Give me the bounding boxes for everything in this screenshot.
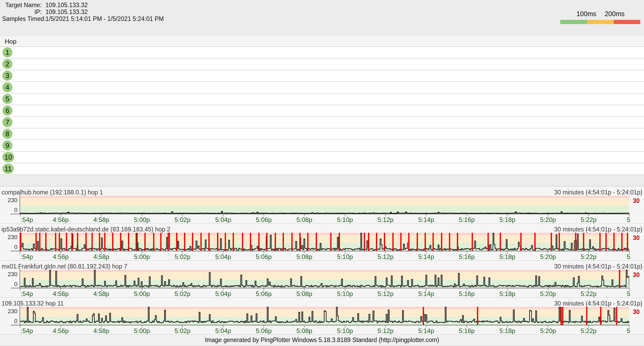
packet-loss-bar xyxy=(599,233,601,251)
latency-plot-area[interactable] xyxy=(20,233,629,251)
packet-loss-bar xyxy=(136,233,138,251)
packet-loss-bar xyxy=(619,270,620,288)
graph-duration-label: 30 minutes (4:54:01p - 5:24:01p) xyxy=(554,189,642,196)
packet-loss-bar xyxy=(423,307,424,325)
packet-loss-bar xyxy=(477,307,478,325)
packet-loss-bar xyxy=(200,233,202,251)
y-axis-zero-label: 0 xyxy=(2,244,17,251)
packet-loss-bar xyxy=(266,233,268,251)
legend-segment-yellow xyxy=(587,20,614,24)
packet-loss-bar xyxy=(59,233,60,251)
packet-loss-bar xyxy=(128,233,129,251)
hop-row[interactable]: 1 xyxy=(0,47,644,58)
packet-loss-bar xyxy=(160,233,162,251)
packet-loss-bar xyxy=(176,233,177,251)
time-tick-label: 5:04p xyxy=(215,290,231,298)
time-tick-label: :54p xyxy=(21,216,33,224)
timeline-graph-block: ip53a9b72d.static.kabel-deutschland.de (… xyxy=(0,224,644,261)
graph-title: ip53a9b72d.static.kabel-deutschland.de (… xyxy=(2,226,170,233)
latency-trace xyxy=(20,233,629,251)
time-tick-label: 5:02p xyxy=(174,253,190,261)
legend-segment-green xyxy=(560,20,587,24)
hop-row[interactable]: 10 xyxy=(0,152,644,163)
time-tick-label: 5:10p xyxy=(337,327,353,335)
timeline-graph-block: mx01.Frankfurt.gldn.net (80.81.192.243) … xyxy=(0,261,644,298)
timeline-graphs-section: compalhub.home (192.168.0.1) hop 1 30 mi… xyxy=(0,186,644,335)
packet-loss-bar xyxy=(144,233,146,251)
hop-row[interactable]: 8 xyxy=(0,128,644,140)
time-tick-label: 5:22p xyxy=(581,253,596,261)
time-tick-label: 5:10p xyxy=(337,253,353,261)
packet-loss-bar xyxy=(339,233,340,251)
y-axis-zero-label: 0 xyxy=(2,281,17,288)
latency-trace xyxy=(20,307,629,325)
hop-row[interactable]: 11 xyxy=(0,163,644,175)
hop-row[interactable]: 4 xyxy=(0,82,644,93)
packet-loss-bar xyxy=(35,233,37,251)
packet-loss-bar xyxy=(500,233,501,251)
y-axis-max-label: 230 xyxy=(2,271,17,278)
time-tick-label: 5:22p xyxy=(581,327,596,335)
samples-timed-label: Samples Timed: xyxy=(2,15,42,22)
time-tick-label: 5:18p xyxy=(499,327,515,335)
hop-row[interactable]: 6 xyxy=(0,105,644,117)
packet-loss-bar xyxy=(77,233,78,251)
time-tick-label: 5:06p xyxy=(256,216,272,224)
latency-plot-area[interactable] xyxy=(20,270,629,288)
loss-scale-label: 30 xyxy=(633,271,640,279)
graph-duration-label: 30 minutes (4:54:01p - 5:24:01p) xyxy=(554,263,642,270)
packet-loss-bar xyxy=(600,307,601,325)
hop-row[interactable]: 9 xyxy=(0,140,644,152)
hop-row[interactable]: 2 xyxy=(0,58,644,70)
packet-loss-bar xyxy=(120,233,121,251)
time-tick-label: 5:12p xyxy=(378,327,393,335)
samples-timed-row: Samples Timed: 1/5/2021 5:14:01 PM - 1/5… xyxy=(2,15,164,22)
time-tick-label: 5:18p xyxy=(499,290,515,298)
latency-plot-area[interactable] xyxy=(20,307,629,325)
packet-loss-bar xyxy=(364,233,365,251)
target-name-row: Target Name: 109.105.133.32 xyxy=(2,2,164,8)
time-tick-label: 5:04p xyxy=(215,253,231,261)
hop-number-badge: 6 xyxy=(2,106,12,116)
time-tick-label: 5:04p xyxy=(215,216,231,224)
time-tick-label: 5:14p xyxy=(418,290,434,298)
time-tick-label: 5:20p xyxy=(540,290,556,298)
packet-loss-bar xyxy=(586,307,587,325)
time-tick-label: 5:00p xyxy=(134,327,150,335)
time-tick-label: 5 xyxy=(627,216,630,224)
latency-trace xyxy=(20,270,629,288)
time-tick-label: 5:14p xyxy=(418,327,434,335)
footer-bar: Image generated by PingPlotter Windows 5… xyxy=(0,335,644,346)
time-tick-label: 5:22p xyxy=(581,290,596,298)
packet-loss-bar xyxy=(384,233,385,251)
loss-scale-label: 30 xyxy=(633,308,640,316)
time-tick-label: 5:18p xyxy=(499,253,515,261)
packet-loss-bar xyxy=(275,233,276,251)
ip-label: IP: xyxy=(2,8,42,16)
time-tick-label: :54p xyxy=(21,253,33,261)
packet-loss-bar xyxy=(184,233,185,251)
packet-loss-bar xyxy=(433,233,434,251)
packet-loss-bar xyxy=(283,233,284,251)
packet-loss-bar xyxy=(168,233,169,251)
packet-loss-bar xyxy=(71,233,73,251)
packet-loss-bar xyxy=(487,233,489,251)
packet-loss-bar xyxy=(242,233,243,251)
latency-plot-area[interactable] xyxy=(20,196,629,214)
hop-row[interactable]: 7 xyxy=(0,117,644,128)
packet-loss-bar xyxy=(551,233,552,251)
time-tick-label: 5:08p xyxy=(296,216,312,224)
time-tick-label: 5 xyxy=(627,327,630,335)
packet-loss-bar xyxy=(392,233,394,251)
hop-row[interactable]: 3 xyxy=(0,70,644,82)
time-axis-line xyxy=(11,325,630,325)
packet-loss-bar xyxy=(562,307,563,325)
target-info-header: Target Name: 109.105.133.32 IP: 109.105.… xyxy=(2,2,164,22)
time-tick-label: :54p xyxy=(21,290,33,298)
graph-duration-label: 30 minutes (4:54:01p - 5:24:01p) xyxy=(554,226,642,233)
hop-row[interactable]: 5 xyxy=(0,93,644,105)
time-tick-label: 5:00p xyxy=(134,290,150,298)
packet-loss-bar xyxy=(575,233,576,251)
graph-title: mx01.Frankfurt.gldn.net (80.81.192.243) … xyxy=(2,263,127,270)
samples-timed-value: 1/5/2021 5:14:01 PM - 1/5/2021 5:24:01 P… xyxy=(42,15,164,22)
